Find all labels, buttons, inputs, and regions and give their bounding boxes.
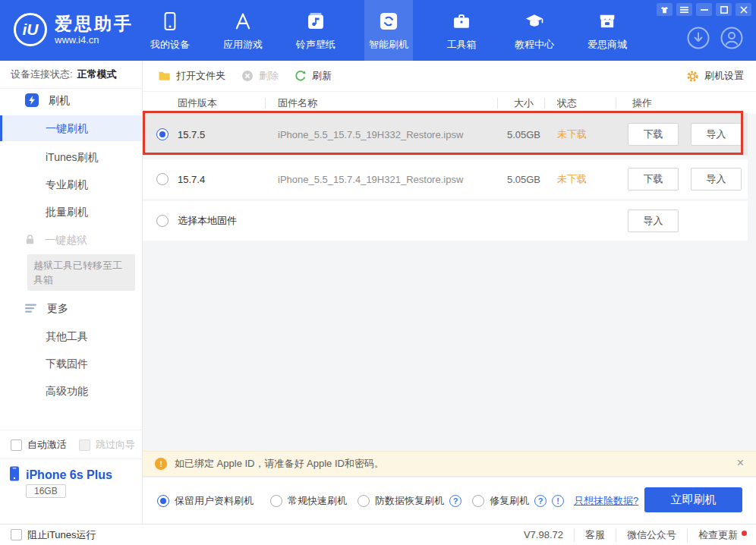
- skin-button[interactable]: [657, 3, 673, 16]
- col-size: 大小: [514, 92, 534, 115]
- sidebar-item-itunes-flash[interactable]: iTunes刷机: [0, 144, 142, 170]
- sidebar-item-one-click-flash[interactable]: 一键刷机: [0, 115, 142, 141]
- more-icon: [24, 303, 38, 316]
- import-button[interactable]: 导入: [691, 123, 742, 146]
- option-repair-flash[interactable]: 修复刷机 ? !: [472, 477, 564, 524]
- toolbox-icon: [450, 10, 473, 33]
- radio-selected-icon[interactable]: [156, 128, 169, 140]
- local-firmware-label: 选择本地固件: [178, 201, 237, 241]
- user-account-button[interactable]: [720, 26, 744, 50]
- delete-icon: [241, 70, 254, 82]
- download-button[interactable]: 下载: [628, 123, 679, 146]
- customer-service-link[interactable]: 客服: [574, 528, 616, 542]
- warning-icon: !: [155, 458, 167, 470]
- sidebar-item-batch-flash[interactable]: 批量刷机: [0, 199, 142, 225]
- check-update-link[interactable]: 检查更新: [687, 528, 748, 542]
- nav-smart-flash[interactable]: 智能刷机: [364, 0, 413, 61]
- flash-now-button[interactable]: 立即刷机: [644, 487, 742, 512]
- firmware-name: iPhone_5.5_15.7.5_19H332_Restore.ipsw: [278, 113, 463, 156]
- group-more: 更多: [24, 301, 68, 317]
- flash-settings-button[interactable]: 刷机设置: [686, 61, 744, 91]
- skip-wizard-checkbox: 跳过向导: [79, 438, 135, 452]
- update-badge-dot: [742, 531, 747, 536]
- notice-close-icon[interactable]: ×: [737, 456, 744, 470]
- window-controls: [657, 3, 751, 16]
- radio-icon[interactable]: [156, 173, 169, 185]
- flash-group-icon: [24, 93, 39, 110]
- main-content: 打开文件夹 删除 刷新 刷机设置 固件版本 固件名称 大小 状态: [143, 61, 756, 524]
- firmware-size: 5.05GB: [461, 159, 540, 199]
- device-capacity-badge: 16GB: [26, 484, 66, 498]
- sidebar-item-advanced-features[interactable]: 高级功能: [0, 378, 142, 404]
- header-actions: [686, 26, 744, 50]
- radio-icon: [472, 495, 484, 507]
- firmware-row-15-7-5[interactable]: 15.7.5 iPhone_5.5_15.7.5_19H332_Restore.…: [143, 113, 748, 156]
- gear-icon: [686, 70, 699, 83]
- help-icon[interactable]: ?: [449, 495, 461, 507]
- device-name: iPhone 6s Plus: [26, 468, 112, 482]
- checkbox-icon: [11, 529, 22, 540]
- ringtone-icon: [304, 10, 327, 33]
- nav-ringtone-wallpaper[interactable]: 铃声壁纸: [291, 0, 340, 61]
- download-button[interactable]: 下载: [628, 168, 679, 191]
- smart-flash-icon: [377, 10, 400, 33]
- app-version: V7.98.72: [513, 529, 574, 540]
- nav-tutorial-center[interactable]: 教程中心: [510, 0, 559, 61]
- nav-toolbox[interactable]: 工具箱: [437, 0, 486, 61]
- help-icon[interactable]: ?: [534, 495, 547, 507]
- maximize-button[interactable]: [716, 3, 732, 16]
- open-folder-button[interactable]: 打开文件夹: [158, 61, 225, 91]
- connection-label: 设备连接状态:: [11, 68, 73, 81]
- phone-icon: [9, 466, 20, 484]
- statusbar-links: V7.98.72 客服 微信公众号 检查更新: [513, 525, 748, 545]
- col-status: 状态: [557, 92, 577, 115]
- option-anti-recovery-flash[interactable]: 防数据恢复刷机 ?: [358, 477, 461, 524]
- jailbreak-note: 越狱工具已转移至工具箱: [27, 254, 135, 291]
- sidebar-divider: [0, 458, 142, 459]
- col-action: 操作: [632, 92, 652, 115]
- menu-button[interactable]: [676, 3, 692, 16]
- block-itunes-checkbox[interactable]: 阻止iTunes运行: [11, 528, 96, 542]
- minimize-button[interactable]: [696, 3, 712, 16]
- group-flash: 刷机: [24, 93, 70, 109]
- apple-id-notice: ! 如已绑定 Apple ID，请准备好 Apple ID和密码。 ×: [143, 451, 756, 477]
- apps-icon: [232, 10, 254, 33]
- header: iU 爱思助手 www.i4.cn 我的设备 应用游戏: [0, 0, 756, 61]
- info-icon: !: [552, 495, 564, 507]
- nav-apps-games[interactable]: 应用游戏: [219, 0, 267, 61]
- flash-options-bar: 保留用户资料刷机 常规快速刷机 防数据恢复刷机 ? 修复刷机 ? ! 只想抹除数…: [143, 477, 756, 524]
- firmware-size: 5.05GB: [461, 113, 540, 156]
- radio-icon: [270, 495, 282, 507]
- nav-store[interactable]: 爱思商城: [583, 0, 632, 61]
- auto-activate-checkbox[interactable]: 自动激活: [11, 438, 67, 452]
- download-manager-button[interactable]: [686, 26, 710, 50]
- checkbox-icon: [79, 439, 90, 451]
- option-quick-flash[interactable]: 常规快速刷机: [270, 477, 347, 524]
- option-keep-user-data[interactable]: 保留用户资料刷机: [157, 477, 254, 524]
- nav-my-device[interactable]: 我的设备: [146, 0, 194, 61]
- connection-status: 设备连接状态: 正常模式: [0, 61, 142, 89]
- radio-selected-icon: [157, 495, 169, 507]
- firmware-status: 未下载: [557, 113, 587, 156]
- lock-icon: [24, 234, 36, 247]
- sidebar-item-pro-flash[interactable]: 专业刷机: [0, 172, 142, 197]
- close-button[interactable]: [736, 3, 751, 16]
- device-icon: [159, 10, 181, 33]
- import-button[interactable]: 导入: [628, 209, 679, 232]
- firmware-row-15-7-4[interactable]: 15.7.4 iPhone_5.5_15.7.4_19H321_Restore.…: [143, 159, 748, 199]
- erase-data-link[interactable]: 只想抹除数据?: [574, 477, 638, 524]
- refresh-button[interactable]: 刷新: [295, 61, 332, 91]
- radio-icon[interactable]: [156, 215, 169, 227]
- import-button[interactable]: 导入: [691, 168, 742, 191]
- sidebar-item-download-firmware[interactable]: 下载固件: [0, 351, 142, 376]
- sidebar-item-other-tools[interactable]: 其他工具: [0, 323, 142, 349]
- firmware-version: 15.7.5: [178, 113, 205, 156]
- store-icon: [596, 10, 619, 33]
- checkbox-icon: [11, 439, 22, 451]
- firmware-version: 15.7.4: [178, 159, 205, 199]
- sidebar-item-jailbreak: 一键越狱: [24, 232, 87, 249]
- main-nav: 我的设备 应用游戏 铃声壁纸 智能刷机: [134, 0, 644, 61]
- wechat-link[interactable]: 微信公众号: [616, 528, 687, 542]
- sidebar: 设备连接状态: 正常模式 刷机 一键刷机 iTunes刷机 专业刷机 批量刷机 …: [0, 61, 143, 524]
- firmware-row-local[interactable]: 选择本地固件 导入: [143, 201, 748, 241]
